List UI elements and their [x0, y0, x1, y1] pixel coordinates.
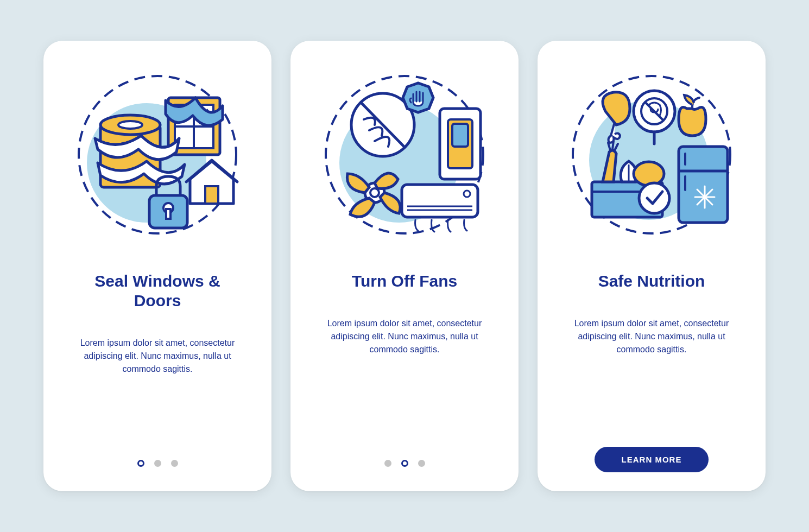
pagination-dots [384, 460, 425, 467]
learn-more-button[interactable]: LEARN MORE [595, 447, 709, 472]
onboarding-card-1: Seal Windows & Doors Lorem ipsum dolor s… [43, 41, 271, 491]
dot-3[interactable] [418, 460, 425, 467]
svg-point-45 [639, 183, 669, 213]
turn-off-fans-icon [318, 68, 491, 242]
svg-point-26 [370, 188, 379, 197]
card-description: Lorem ipsum dolor sit amet, consectetur … [71, 337, 244, 376]
svg-point-44 [634, 162, 664, 186]
dot-2[interactable] [401, 460, 408, 467]
dot-1[interactable] [137, 460, 144, 467]
svg-rect-12 [166, 209, 170, 219]
card-description: Lorem ipsum dolor sit amet, consectetur … [318, 317, 491, 356]
dot-2[interactable] [154, 460, 161, 467]
onboarding-container: Seal Windows & Doors Lorem ipsum dolor s… [43, 41, 766, 491]
onboarding-card-2: Turn Off Fans Lorem ipsum dolor sit amet… [290, 41, 519, 491]
onboarding-card-3: Safe Nutrition Lorem ipsum dolor sit ame… [538, 41, 766, 491]
svg-point-8 [118, 121, 142, 129]
dot-3[interactable] [171, 460, 178, 467]
svg-marker-17 [403, 83, 433, 112]
card-description: Lorem ipsum dolor sit amet, consectetur … [565, 317, 738, 356]
svg-rect-9 [205, 186, 218, 204]
card-title: Turn Off Fans [352, 271, 457, 291]
card-title: Seal Windows & Doors [81, 271, 233, 311]
seal-windows-icon [71, 68, 244, 242]
card-title: Safe Nutrition [598, 271, 705, 291]
svg-rect-21 [402, 185, 478, 217]
safe-nutrition-icon [565, 68, 738, 242]
dot-1[interactable] [384, 460, 391, 467]
pagination-dots [137, 460, 178, 467]
svg-rect-20 [452, 124, 468, 147]
